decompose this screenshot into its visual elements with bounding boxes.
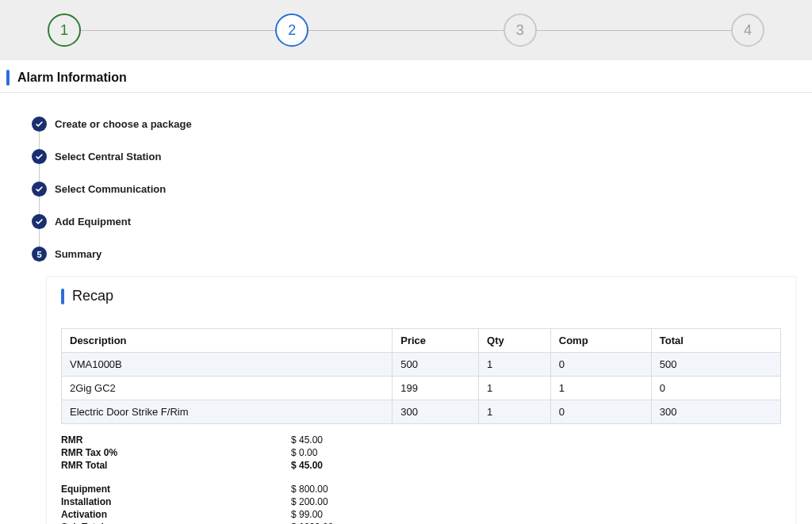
wizard-step-label: Summary <box>55 248 102 260</box>
cell-description: VMA1000B <box>62 353 393 377</box>
col-description: Description <box>62 329 393 353</box>
totals-value: $ 45.00 <box>291 434 323 446</box>
cell-qty: 1 <box>479 400 551 424</box>
stepper-step-3[interactable]: 3 <box>504 13 537 47</box>
totals-label: RMR <box>61 434 291 446</box>
totals-row-installation: Installation $ 200.00 <box>61 495 781 508</box>
totals-row-equipment: Equipment $ 800.00 <box>61 483 781 495</box>
cell-total: 500 <box>651 353 780 377</box>
recap-title: Recap <box>61 288 781 304</box>
cell-comp: 1 <box>550 377 651 400</box>
cell-description: Electric Door Strike F/Rim <box>62 400 393 424</box>
cell-qty: 1 <box>479 353 551 377</box>
col-total: Total <box>651 329 780 353</box>
totals-label: Activation <box>61 508 291 521</box>
wizard-step-summary[interactable]: 5 Summary <box>32 247 812 262</box>
totals-block: RMR $ 45.00 RMR Tax 0% $ 0.00 RMR Total … <box>61 434 781 524</box>
wizard-step-central-station[interactable]: Select Central Station <box>32 149 812 164</box>
recap-table: Description Price Qty Comp Total VMA1000… <box>61 328 781 424</box>
wizard-step-label: Select Central Station <box>55 151 161 163</box>
section-title: Alarm Information <box>0 60 812 93</box>
totals-label: Equipment <box>61 483 291 495</box>
totals-row-rmr-total: RMR Total $ 45.00 <box>61 459 781 472</box>
stepper-step-1[interactable]: 1 <box>48 13 81 47</box>
table-header-row: Description Price Qty Comp Total <box>62 329 781 353</box>
stepper-step-4[interactable]: 4 <box>731 13 764 47</box>
recap-title-text: Recap <box>72 288 113 304</box>
col-price: Price <box>393 329 479 353</box>
recap-title-marker <box>61 289 64 304</box>
cell-total: 300 <box>651 400 780 424</box>
cell-price: 300 <box>393 400 479 424</box>
totals-label: Sub Total <box>61 521 291 524</box>
check-icon <box>32 117 47 132</box>
col-qty: Qty <box>479 329 551 353</box>
top-stepper: 1 2 3 4 <box>0 0 812 60</box>
table-row: VMA1000B 500 1 0 500 <box>62 353 781 377</box>
wizard-step-equipment[interactable]: Add Equipment <box>32 214 812 229</box>
check-icon <box>32 214 47 229</box>
totals-label: Installation <box>61 495 291 508</box>
recap-card: Recap Description Price Qty Comp Total V… <box>46 276 796 524</box>
totals-value: $ 1099.00 <box>291 521 333 524</box>
wizard-step-communication[interactable]: Select Communication <box>32 182 812 197</box>
cell-total: 0 <box>651 377 780 400</box>
cell-comp: 0 <box>550 400 651 424</box>
check-icon <box>32 182 47 197</box>
check-icon <box>32 149 47 164</box>
step-number: 5 <box>36 250 41 259</box>
totals-row-activation: Activation $ 99.00 <box>61 508 781 521</box>
wizard-step-package[interactable]: Create or choose a package <box>32 117 812 132</box>
totals-label: RMR Total <box>61 459 291 472</box>
wizard-connector <box>39 197 40 214</box>
col-comp: Comp <box>550 329 651 353</box>
wizard-step-label: Create or choose a package <box>55 118 192 130</box>
totals-value: $ 200.00 <box>291 495 328 508</box>
wizard-step-label: Select Communication <box>55 183 166 195</box>
cell-price: 199 <box>393 377 479 400</box>
totals-value: $ 800.00 <box>291 483 328 495</box>
wizard-steps: Create or choose a package Select Centra… <box>0 93 812 270</box>
totals-value: $ 0.00 <box>291 446 317 459</box>
totals-row-rmr: RMR $ 45.00 <box>61 434 781 446</box>
cell-price: 500 <box>393 353 479 377</box>
totals-row-sub-total: Sub Total $ 1099.00 <box>61 521 781 524</box>
wizard-connector <box>39 229 40 247</box>
table-row: 2Gig GC2 199 1 1 0 <box>62 377 781 400</box>
stepper-step-2[interactable]: 2 <box>275 13 308 47</box>
cell-comp: 0 <box>550 353 651 377</box>
section-title-text: Alarm Information <box>17 71 127 85</box>
wizard-connector <box>39 132 40 149</box>
totals-row-rmr-tax: RMR Tax 0% $ 0.00 <box>61 446 781 459</box>
wizard-connector <box>39 164 40 182</box>
table-row: Electric Door Strike F/Rim 300 1 0 300 <box>62 400 781 424</box>
cell-description: 2Gig GC2 <box>62 377 393 400</box>
totals-value: $ 99.00 <box>291 508 323 521</box>
totals-label: RMR Tax 0% <box>61 446 291 459</box>
step-number-badge: 5 <box>32 247 47 262</box>
wizard-step-label: Add Equipment <box>55 216 131 228</box>
cell-qty: 1 <box>479 377 551 400</box>
totals-value: $ 45.00 <box>291 459 323 472</box>
section-title-marker <box>6 70 10 86</box>
